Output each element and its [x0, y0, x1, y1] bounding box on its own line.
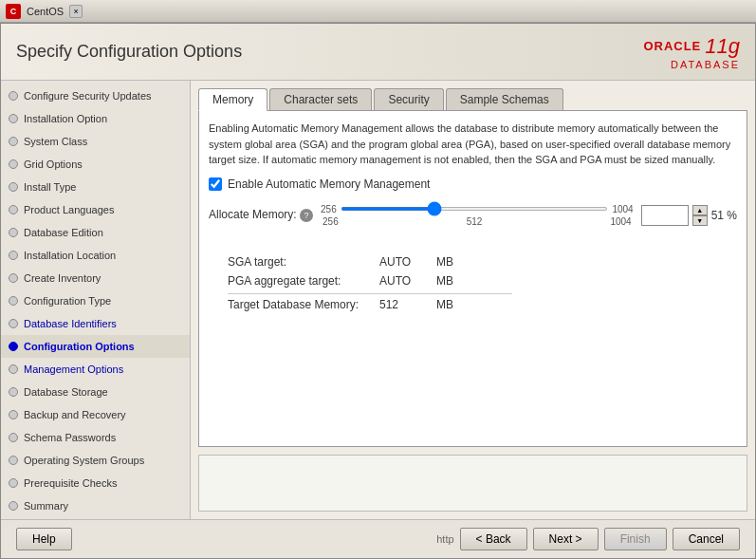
slider-min-label: 256: [321, 204, 337, 214]
sidebar-label-product-languages: Product Languages: [24, 201, 114, 218]
pga-target-row: PGA aggregate target: AUTO MB: [228, 274, 737, 288]
sidebar-label-backup-recovery: Backup and Recovery: [24, 406, 126, 423]
sidebar-label-database-edition: Database Edition: [24, 224, 103, 241]
target-db-memory-row: Target Database Memory: 512 MB: [228, 298, 737, 311]
sidebar-label-summary: Summary: [24, 497, 68, 514]
sga-target-label: SGA target:: [228, 255, 379, 269]
oracle-db-text: DATABASE: [671, 59, 740, 70]
sidebar-label-configuration-options: Configuration Options: [24, 338, 135, 355]
oracle-logo-text: ORACLE: [643, 39, 701, 53]
slider-label-512: 512: [467, 216, 483, 227]
sidebar-item-configure-security: Configure Security Updates: [1, 84, 190, 107]
spinner-down-button[interactable]: ▼: [692, 215, 708, 226]
window-close-button[interactable]: ×: [69, 5, 83, 18]
sidebar-item-prerequisite-checks[interactable]: Prerequisite Checks: [1, 472, 190, 494]
sidebar-item-configuration-type: Configuration Type: [1, 289, 190, 312]
sidebar-label-configuration-type: Configuration Type: [24, 292, 111, 309]
main-dialog: Specify Configuration Options ORACLE 11g…: [0, 23, 756, 559]
sidebar-item-management-options[interactable]: Management Options: [1, 358, 190, 381]
sidebar-dot-schema-passwords: [9, 433, 18, 442]
memory-info-section: SGA target: AUTO MB PGA aggregate target…: [209, 255, 737, 311]
sidebar-dot-database-edition: [9, 228, 18, 237]
target-db-memory-value: 512: [379, 298, 436, 311]
sidebar-dot-installation-location: [9, 251, 18, 260]
memory-divider: [228, 293, 512, 294]
sidebar-item-backup-recovery[interactable]: Backup and Recovery: [1, 403, 190, 426]
dialog-header: Specify Configuration Options ORACLE 11g…: [1, 24, 755, 81]
sga-target-value: AUTO: [379, 255, 436, 269]
dialog-body: Configure Security UpdatesInstallation O…: [1, 81, 755, 519]
oracle-logo: ORACLE 11g DATABASE: [643, 34, 740, 70]
back-button[interactable]: < Back: [460, 528, 527, 550]
target-db-memory-unit: MB: [436, 298, 453, 311]
cancel-button[interactable]: Cancel: [673, 528, 740, 550]
sidebar-dot-database-identifiers: [9, 319, 18, 328]
sidebar-label-database-identifiers: Database Identifiers: [24, 315, 117, 332]
pga-target-value: AUTO: [379, 274, 436, 288]
sidebar-label-management-options: Management Options: [24, 361, 123, 378]
window-titlebar: C CentOS ×: [0, 0, 756, 23]
slider-label-256: 256: [323, 216, 339, 227]
sidebar-item-create-inventory: Create Inventory: [1, 267, 190, 289]
sidebar-item-database-identifiers[interactable]: Database Identifiers: [1, 312, 190, 335]
enable-amm-row: Enable Automatic Memory Management: [209, 177, 737, 191]
slider-label-1004: 1004: [610, 216, 631, 227]
next-button[interactable]: Next >: [533, 528, 599, 550]
finish-button[interactable]: Finish: [604, 528, 667, 550]
sidebar-dot-install-type: [9, 182, 18, 192]
slider-max-label: 1004: [612, 204, 633, 214]
sidebar-item-schema-passwords[interactable]: Schema Passwords: [1, 426, 190, 449]
sidebar-label-configure-security: Configure Security Updates: [24, 87, 152, 104]
tab-sample-schemas[interactable]: Sample Schemas: [446, 88, 563, 111]
sidebar-dot-create-inventory: [9, 273, 18, 283]
window-icon: C: [6, 4, 21, 19]
pga-target-label: PGA aggregate target:: [228, 274, 379, 288]
allocate-label: Allocate Memory: ?: [209, 208, 313, 222]
sidebar-dot-operating-system-groups: [9, 456, 18, 465]
sga-target-row: SGA target: AUTO MB: [228, 255, 737, 269]
url-note: http: [436, 533, 453, 545]
sidebar-label-create-inventory: Create Inventory: [24, 270, 101, 287]
slider-pct-label: 51 %: [711, 209, 737, 222]
tab-character-sets[interactable]: Character sets: [269, 88, 372, 111]
sidebar-label-prerequisite-checks: Prerequisite Checks: [24, 475, 117, 492]
sidebar-dot-summary: [9, 501, 18, 511]
oracle-version-text: 11g: [705, 34, 740, 59]
sidebar-item-install-type: Install Type: [1, 176, 190, 198]
sidebar-item-database-storage[interactable]: Database Storage: [1, 381, 190, 403]
sidebar-label-database-storage: Database Storage: [24, 383, 108, 401]
spinner-up-button[interactable]: ▲: [692, 205, 708, 215]
memory-slider[interactable]: [341, 207, 609, 211]
sidebar-label-installation-location: Installation Location: [24, 247, 116, 264]
enable-amm-label: Enable Automatic Memory Management: [228, 177, 430, 191]
window-title: CentOS: [27, 6, 64, 17]
dialog-footer: Help http < Back Next > Finish Cancel: [1, 519, 755, 558]
tab-memory[interactable]: Memory: [198, 88, 267, 111]
sidebar-dot-grid-options: [9, 159, 18, 169]
dialog-title: Specify Configuration Options: [16, 42, 242, 62]
enable-amm-checkbox[interactable]: [209, 177, 222, 191]
sidebar-dot-prerequisite-checks: [9, 478, 18, 488]
tab-content-memory: Enabling Automatic Memory Management all…: [198, 110, 747, 447]
slider-labels: 256 512 1004: [321, 216, 634, 227]
tab-security[interactable]: Security: [374, 88, 443, 111]
sidebar-label-schema-passwords: Schema Passwords: [24, 429, 116, 446]
note-area: [198, 455, 747, 512]
sidebar-label-operating-system-groups: Operating System Groups: [24, 452, 144, 469]
target-db-memory-label: Target Database Memory:: [228, 298, 379, 311]
allocate-memory-row: Allocate Memory: ? 256 1004 256 512 1004: [209, 204, 737, 227]
sidebar-dot-configure-security: [9, 91, 18, 101]
sidebar-item-product-languages: Product Languages: [1, 198, 190, 221]
sidebar-item-system-class: System Class: [1, 130, 190, 153]
sidebar-label-install-type: Install Type: [24, 178, 76, 196]
sidebar-dot-backup-recovery: [9, 410, 18, 419]
sidebar-item-operating-system-groups[interactable]: Operating System Groups: [1, 449, 190, 472]
memory-spinner-input[interactable]: 512: [641, 205, 689, 226]
sidebar-label-grid-options: Grid Options: [24, 156, 83, 173]
help-button[interactable]: Help: [16, 528, 72, 550]
sidebar-dot-system-class: [9, 137, 18, 146]
sidebar-item-configuration-options[interactable]: Configuration Options: [1, 335, 190, 358]
sidebar-item-summary[interactable]: Summary: [1, 494, 190, 517]
sidebar-dot-installation-option: [9, 114, 18, 123]
allocate-help-icon[interactable]: ?: [300, 209, 313, 222]
